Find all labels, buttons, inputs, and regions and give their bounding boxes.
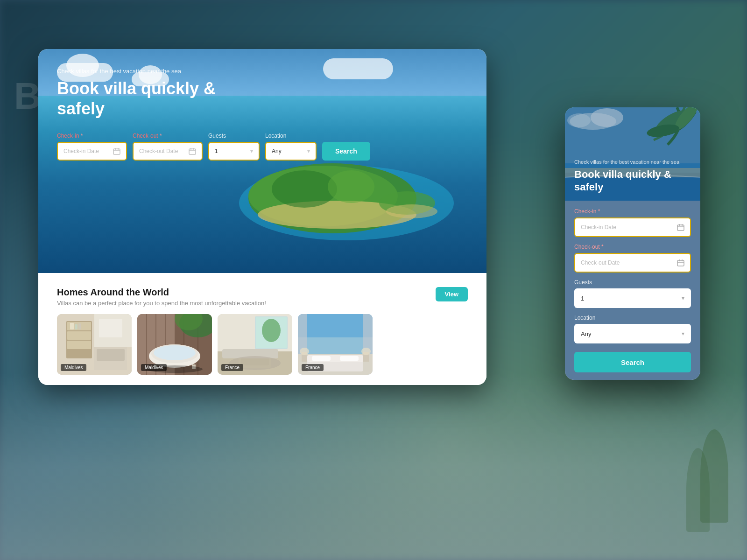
property-label-4: France	[302, 364, 324, 371]
property-card-3[interactable]: France	[218, 314, 292, 375]
property-card-2[interactable]: Maldives	[137, 314, 212, 375]
mobile-calendar-icon-1	[677, 224, 684, 231]
calendar-icon-2	[189, 147, 196, 155]
mobile-checkout-group: Check-out * Check-out Date	[574, 244, 691, 273]
mobile-hero: Check villas for the best vacation near …	[565, 107, 700, 201]
checkout-group: Check-out * Check-out Date	[133, 133, 203, 161]
property-card-4[interactable]: France	[298, 314, 373, 375]
svg-rect-59	[340, 356, 359, 361]
guests-select[interactable]: 1 ▾	[208, 142, 260, 161]
svg-rect-52	[298, 337, 373, 354]
svg-point-61	[300, 348, 309, 355]
guests-group: Guests 1 ▾	[208, 133, 260, 161]
svg-rect-15	[67, 341, 91, 349]
svg-point-63	[361, 348, 371, 355]
svg-rect-54	[363, 314, 373, 354]
view-all-button[interactable]: View	[436, 287, 468, 301]
svg-point-44	[262, 319, 281, 342]
mobile-checkin-group: Check-in * Check-in Date	[574, 208, 691, 237]
mobile-location-label: Location	[574, 315, 691, 321]
hero-content: Check villas for the best vacation near …	[38, 49, 486, 273]
checkin-input[interactable]: Check-in Date	[57, 142, 127, 161]
svg-rect-58	[312, 356, 331, 361]
mobile-location-select[interactable]: Any ▾	[574, 324, 691, 343]
location-group: Location Any ▾	[265, 133, 317, 161]
svg-rect-17	[75, 324, 78, 329]
main-desktop-card: Check villas for the best vacation near …	[38, 49, 486, 385]
bg-tree-2	[686, 448, 710, 532]
property-card-1[interactable]: Maldives	[57, 314, 132, 375]
search-form: Check-in * Check-in Date Check-out *	[57, 133, 468, 161]
section-header: Homes Around the World Villas can be a p…	[57, 287, 468, 307]
properties-grid: Maldives	[57, 314, 468, 375]
mobile-location-group: Location Any ▾	[574, 315, 691, 343]
hero-title: Book villa quickly & safely	[57, 78, 244, 119]
hero-subtitle: Check villas for the best vacation near …	[57, 68, 468, 75]
mobile-checkin-input[interactable]: Check-in Date	[574, 217, 691, 237]
svg-rect-14	[67, 331, 91, 340]
svg-rect-22	[99, 319, 122, 337]
mobile-calendar-icon-2	[677, 259, 684, 266]
svg-point-35	[154, 345, 196, 360]
svg-rect-75	[677, 260, 684, 266]
svg-rect-9	[189, 149, 196, 154]
calendar-icon	[113, 147, 120, 155]
property-label-3: France	[221, 364, 243, 371]
mobile-hero-subtitle: Check villas for the best vacation near …	[574, 159, 691, 166]
svg-rect-74	[677, 225, 684, 231]
checkin-label: Check-in *	[57, 133, 127, 139]
section-title: Homes Around the World	[57, 287, 266, 298]
guests-label: Guests	[208, 133, 260, 139]
svg-rect-20	[97, 349, 125, 361]
mobile-hero-content: Check villas for the best vacation near …	[565, 151, 700, 201]
location-label: Location	[265, 133, 317, 139]
section-subtitle: Villas can be a perfect place for you to…	[57, 300, 266, 307]
checkout-input[interactable]: Check-out Date	[133, 142, 203, 161]
lower-section: Homes Around the World Villas can be a p…	[38, 273, 486, 385]
mobile-card: Check villas for the best vacation near …	[565, 107, 700, 380]
mobile-hero-title: Book villa quickly & safely	[574, 168, 691, 193]
checkin-group: Check-in * Check-in Date	[57, 133, 127, 161]
mobile-guests-select[interactable]: 1 ▾	[574, 288, 691, 308]
mobile-guests-group: Guests 1 ▾	[574, 279, 691, 308]
location-select[interactable]: Any ▾	[265, 142, 317, 161]
mobile-checkin-label: Check-in *	[574, 208, 691, 215]
mobile-booking-form: Check-in * Check-in Date Check-out * Che…	[565, 201, 700, 380]
property-label-2: Maldives	[141, 364, 167, 371]
svg-rect-53	[298, 314, 307, 354]
bg-room-overlay	[0, 373, 747, 560]
svg-rect-51	[298, 314, 373, 337]
mobile-search-button[interactable]: Search	[574, 352, 691, 372]
hero-section: Check villas for the best vacation near …	[38, 49, 486, 273]
section-info: Homes Around the World Villas can be a p…	[57, 287, 266, 307]
svg-rect-16	[70, 323, 74, 329]
mobile-guests-label: Guests	[574, 279, 691, 286]
svg-rect-8	[113, 149, 120, 154]
property-label-1: Maldives	[61, 364, 86, 371]
mobile-checkout-label: Check-out *	[574, 244, 691, 250]
checkout-label: Check-out *	[133, 133, 203, 139]
svg-rect-18	[78, 323, 81, 329]
mobile-checkout-input[interactable]: Check-out Date	[574, 253, 691, 273]
search-button[interactable]: Search	[322, 142, 370, 161]
